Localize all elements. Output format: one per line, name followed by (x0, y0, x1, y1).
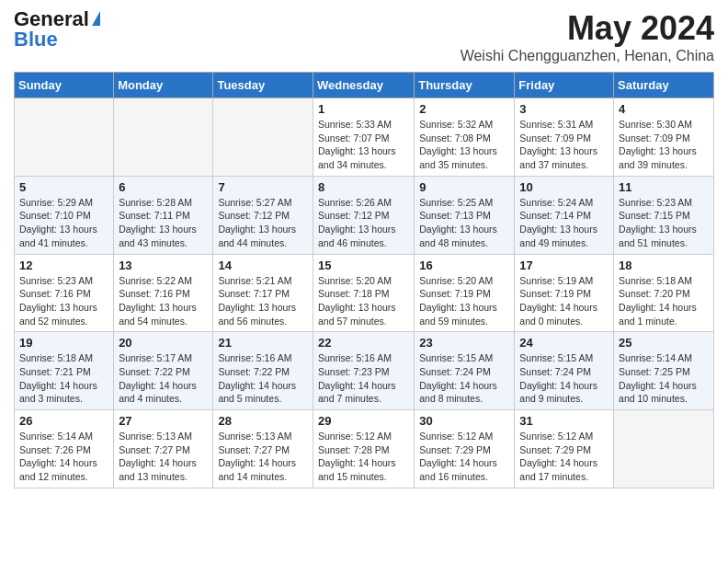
day-cell-19: 19Sunrise: 5:18 AMSunset: 7:21 PMDayligh… (15, 332, 114, 410)
week-row-4: 19Sunrise: 5:18 AMSunset: 7:21 PMDayligh… (15, 332, 714, 410)
day-info: Sunrise: 5:17 AMSunset: 7:22 PMDaylight:… (119, 351, 208, 406)
empty-cell (114, 98, 213, 177)
day-number: 17 (519, 259, 609, 272)
day-info: Sunrise: 5:21 AMSunset: 7:17 PMDaylight:… (218, 274, 308, 328)
day-number: 26 (19, 414, 108, 428)
day-number: 3 (519, 102, 609, 116)
day-info: Sunrise: 5:19 AMSunset: 7:19 PMDaylight:… (519, 274, 609, 328)
day-cell-23: 23Sunrise: 5:15 AMSunset: 7:24 PMDayligh… (415, 332, 515, 410)
day-info: Sunrise: 5:12 AMSunset: 7:28 PMDaylight:… (318, 430, 409, 484)
day-info: Sunrise: 5:16 AMSunset: 7:23 PMDaylight:… (318, 351, 409, 406)
day-number: 29 (318, 414, 409, 428)
day-number: 18 (619, 259, 709, 272)
day-info: Sunrise: 5:27 AMSunset: 7:12 PMDaylight:… (218, 196, 308, 250)
day-cell-30: 30Sunrise: 5:12 AMSunset: 7:29 PMDayligh… (415, 410, 515, 488)
day-number: 22 (318, 336, 409, 350)
day-info: Sunrise: 5:30 AMSunset: 7:09 PMDaylight:… (619, 118, 709, 172)
logo-general-text: General (14, 9, 89, 29)
location-subtitle: Weishi Chengguanzhen, Henan, China (461, 48, 714, 64)
week-row-2: 5Sunrise: 5:29 AMSunset: 7:10 PMDaylight… (15, 176, 714, 254)
day-header-wednesday: Wednesday (313, 73, 414, 98)
empty-cell (213, 98, 313, 177)
day-number: 30 (419, 414, 509, 428)
day-number: 9 (419, 180, 509, 194)
day-cell-10: 10Sunrise: 5:24 AMSunset: 7:14 PMDayligh… (515, 176, 614, 254)
title-section: May 2024 Weishi Chengguanzhen, Henan, Ch… (461, 9, 714, 64)
day-number: 10 (519, 180, 609, 194)
week-row-1: 1Sunrise: 5:33 AMSunset: 7:07 PMDaylight… (15, 98, 714, 177)
day-info: Sunrise: 5:12 AMSunset: 7:29 PMDaylight:… (419, 430, 509, 484)
day-cell-5: 5Sunrise: 5:29 AMSunset: 7:10 PMDaylight… (15, 176, 114, 254)
day-info: Sunrise: 5:20 AMSunset: 7:18 PMDaylight:… (318, 274, 409, 328)
day-cell-25: 25Sunrise: 5:14 AMSunset: 7:25 PMDayligh… (614, 332, 714, 410)
day-info: Sunrise: 5:20 AMSunset: 7:19 PMDaylight:… (419, 274, 509, 328)
day-cell-20: 20Sunrise: 5:17 AMSunset: 7:22 PMDayligh… (114, 332, 213, 410)
day-cell-6: 6Sunrise: 5:28 AMSunset: 7:11 PMDaylight… (114, 176, 213, 254)
day-info: Sunrise: 5:15 AMSunset: 7:24 PMDaylight:… (519, 351, 609, 406)
day-cell-7: 7Sunrise: 5:27 AMSunset: 7:12 PMDaylight… (213, 176, 313, 254)
day-cell-17: 17Sunrise: 5:19 AMSunset: 7:19 PMDayligh… (515, 254, 614, 332)
day-info: Sunrise: 5:26 AMSunset: 7:12 PMDaylight:… (318, 196, 409, 250)
day-header-sunday: Sunday (15, 73, 114, 98)
day-cell-4: 4Sunrise: 5:30 AMSunset: 7:09 PMDaylight… (614, 98, 714, 177)
day-cell-14: 14Sunrise: 5:21 AMSunset: 7:17 PMDayligh… (213, 254, 313, 332)
day-number: 19 (19, 336, 108, 350)
day-number: 12 (19, 259, 108, 272)
day-cell-22: 22Sunrise: 5:16 AMSunset: 7:23 PMDayligh… (313, 332, 414, 410)
day-cell-26: 26Sunrise: 5:14 AMSunset: 7:26 PMDayligh… (15, 410, 114, 488)
day-header-saturday: Saturday (614, 73, 714, 98)
day-info: Sunrise: 5:23 AMSunset: 7:15 PMDaylight:… (619, 196, 709, 250)
day-number: 15 (318, 259, 409, 272)
logo: General Blue (14, 9, 100, 50)
day-number: 4 (619, 102, 709, 116)
day-number: 7 (218, 180, 308, 194)
day-number: 28 (218, 414, 308, 428)
day-cell-18: 18Sunrise: 5:18 AMSunset: 7:20 PMDayligh… (614, 254, 714, 332)
logo-blue-text: Blue (14, 29, 100, 50)
day-cell-29: 29Sunrise: 5:12 AMSunset: 7:28 PMDayligh… (313, 410, 414, 488)
week-row-3: 12Sunrise: 5:23 AMSunset: 7:16 PMDayligh… (15, 254, 714, 332)
day-info: Sunrise: 5:18 AMSunset: 7:21 PMDaylight:… (19, 351, 108, 406)
day-number: 14 (218, 259, 308, 272)
day-number: 13 (119, 259, 208, 272)
day-info: Sunrise: 5:31 AMSunset: 7:09 PMDaylight:… (519, 118, 609, 172)
day-info: Sunrise: 5:14 AMSunset: 7:26 PMDaylight:… (19, 430, 108, 484)
day-info: Sunrise: 5:23 AMSunset: 7:16 PMDaylight:… (19, 274, 108, 328)
day-info: Sunrise: 5:12 AMSunset: 7:29 PMDaylight:… (519, 430, 609, 484)
day-info: Sunrise: 5:25 AMSunset: 7:13 PMDaylight:… (419, 196, 509, 250)
day-number: 31 (519, 414, 609, 428)
day-cell-8: 8Sunrise: 5:26 AMSunset: 7:12 PMDaylight… (313, 176, 414, 254)
week-row-5: 26Sunrise: 5:14 AMSunset: 7:26 PMDayligh… (15, 410, 714, 488)
day-cell-27: 27Sunrise: 5:13 AMSunset: 7:27 PMDayligh… (114, 410, 213, 488)
day-number: 24 (519, 336, 609, 350)
day-cell-1: 1Sunrise: 5:33 AMSunset: 7:07 PMDaylight… (313, 98, 414, 177)
day-cell-16: 16Sunrise: 5:20 AMSunset: 7:19 PMDayligh… (415, 254, 515, 332)
day-info: Sunrise: 5:15 AMSunset: 7:24 PMDaylight:… (419, 351, 509, 406)
day-info: Sunrise: 5:16 AMSunset: 7:22 PMDaylight:… (218, 351, 308, 406)
day-info: Sunrise: 5:24 AMSunset: 7:14 PMDaylight:… (519, 196, 609, 250)
day-number: 16 (419, 259, 509, 272)
calendar-header-row: SundayMondayTuesdayWednesdayThursdayFrid… (15, 73, 714, 98)
day-info: Sunrise: 5:33 AMSunset: 7:07 PMDaylight:… (318, 118, 409, 172)
day-header-thursday: Thursday (415, 73, 515, 98)
day-info: Sunrise: 5:13 AMSunset: 7:27 PMDaylight:… (218, 430, 308, 484)
day-number: 27 (119, 414, 208, 428)
day-number: 8 (318, 180, 409, 194)
day-info: Sunrise: 5:18 AMSunset: 7:20 PMDaylight:… (619, 274, 709, 328)
day-info: Sunrise: 5:22 AMSunset: 7:16 PMDaylight:… (119, 274, 208, 328)
day-number: 25 (619, 336, 709, 350)
day-cell-12: 12Sunrise: 5:23 AMSunset: 7:16 PMDayligh… (15, 254, 114, 332)
day-cell-15: 15Sunrise: 5:20 AMSunset: 7:18 PMDayligh… (313, 254, 414, 332)
empty-cell (614, 410, 714, 488)
day-cell-24: 24Sunrise: 5:15 AMSunset: 7:24 PMDayligh… (515, 332, 614, 410)
day-cell-31: 31Sunrise: 5:12 AMSunset: 7:29 PMDayligh… (515, 410, 614, 488)
day-info: Sunrise: 5:14 AMSunset: 7:25 PMDaylight:… (619, 351, 709, 406)
day-cell-11: 11Sunrise: 5:23 AMSunset: 7:15 PMDayligh… (614, 176, 714, 254)
calendar-table: SundayMondayTuesdayWednesdayThursdayFrid… (14, 72, 714, 488)
day-header-tuesday: Tuesday (213, 73, 313, 98)
day-number: 11 (619, 180, 709, 194)
day-number: 1 (318, 102, 409, 116)
logo-triangle-icon (92, 11, 100, 26)
day-number: 2 (419, 102, 509, 116)
day-cell-13: 13Sunrise: 5:22 AMSunset: 7:16 PMDayligh… (114, 254, 213, 332)
